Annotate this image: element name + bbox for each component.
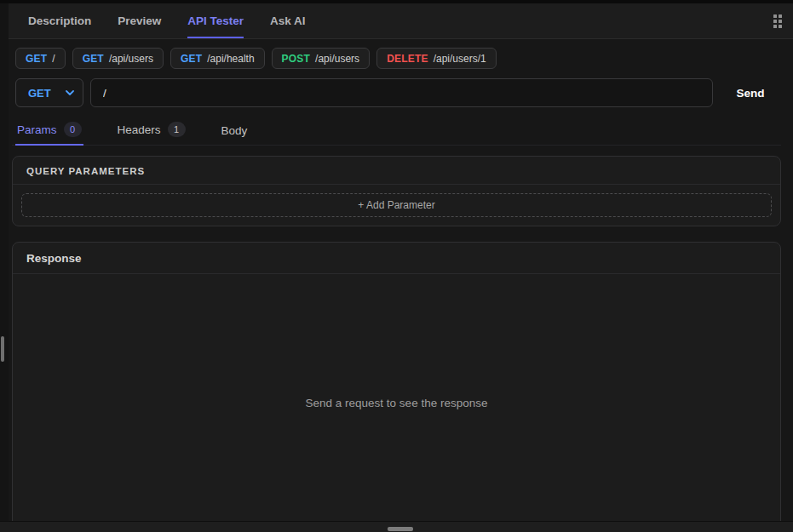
endpoint-path: /api/users bbox=[109, 53, 153, 65]
endpoint-method: DELETE bbox=[387, 53, 428, 65]
endpoint-path: /api/users/1 bbox=[434, 53, 486, 65]
url-input[interactable] bbox=[90, 78, 713, 107]
horizontal-scrollbar[interactable] bbox=[0, 521, 793, 532]
api-tester-screen: Description Preview API Tester Ask AI GE… bbox=[0, 0, 793, 532]
api-tester-content: GET / GET /api/users GET /api/health POS… bbox=[0, 48, 793, 532]
endpoint-chip-get-users[interactable]: GET /api/users bbox=[72, 48, 164, 69]
main-tab-bar: Description Preview API Tester Ask AI bbox=[0, 3, 793, 39]
vertical-scrollbar[interactable] bbox=[0, 3, 9, 521]
headers-count-badge: 1 bbox=[168, 122, 186, 137]
response-panel: Response Send a request to see the respo… bbox=[12, 242, 781, 532]
subtab-label: Body bbox=[221, 124, 248, 137]
endpoint-method: POST bbox=[282, 53, 310, 65]
endpoint-path: / bbox=[52, 53, 55, 65]
endpoint-chip-delete-user[interactable]: DELETE /api/users/1 bbox=[376, 48, 497, 69]
vertical-scrollbar-thumb[interactable] bbox=[1, 336, 4, 362]
endpoint-path: /api/health bbox=[207, 53, 254, 65]
params-count-badge: 0 bbox=[64, 122, 82, 137]
endpoint-chip-get-root[interactable]: GET / bbox=[15, 48, 66, 69]
horizontal-scrollbar-thumb[interactable] bbox=[388, 527, 413, 531]
response-body: Send a request to see the response bbox=[13, 274, 780, 532]
tab-preview[interactable]: Preview bbox=[118, 3, 161, 38]
query-parameters-body: + Add Parameter bbox=[13, 185, 780, 226]
send-button[interactable]: Send bbox=[720, 87, 781, 100]
query-parameters-panel: QUERY PARAMETERS + Add Parameter bbox=[12, 156, 781, 226]
request-subtabs: Params 0 Headers 1 Body bbox=[12, 117, 781, 146]
request-row: GET Send bbox=[15, 78, 781, 107]
response-empty-message: Send a request to see the response bbox=[306, 397, 488, 409]
endpoint-path: /api/users bbox=[315, 53, 359, 65]
endpoint-chip-post-users[interactable]: POST /api/users bbox=[272, 48, 371, 69]
method-select[interactable]: GET bbox=[15, 78, 83, 107]
method-select-value: GET bbox=[28, 87, 51, 100]
tab-description[interactable]: Description bbox=[28, 3, 91, 38]
response-title: Response bbox=[26, 252, 82, 265]
response-header: Response bbox=[13, 243, 780, 274]
endpoint-method: GET bbox=[181, 53, 202, 65]
query-parameters-title: QUERY PARAMETERS bbox=[26, 166, 145, 176]
subtab-label: Params bbox=[17, 123, 57, 136]
subtab-headers[interactable]: Headers 1 bbox=[116, 122, 187, 146]
subtab-params[interactable]: Params 0 bbox=[15, 122, 83, 146]
grip-icon[interactable] bbox=[773, 14, 782, 28]
query-parameters-header: QUERY PARAMETERS bbox=[13, 157, 780, 185]
chevron-down-icon bbox=[66, 90, 74, 95]
subtab-label: Headers bbox=[118, 123, 161, 136]
endpoint-chip-get-health[interactable]: GET /api/health bbox=[170, 48, 265, 69]
endpoint-chips-row: GET / GET /api/users GET /api/health POS… bbox=[15, 48, 781, 69]
subtab-body[interactable]: Body bbox=[220, 124, 250, 146]
tab-ask-ai[interactable]: Ask AI bbox=[270, 3, 306, 38]
tab-api-tester[interactable]: API Tester bbox=[187, 3, 244, 38]
endpoint-method: GET bbox=[83, 53, 104, 65]
add-parameter-button[interactable]: + Add Parameter bbox=[21, 193, 772, 217]
endpoint-method: GET bbox=[26, 53, 47, 65]
